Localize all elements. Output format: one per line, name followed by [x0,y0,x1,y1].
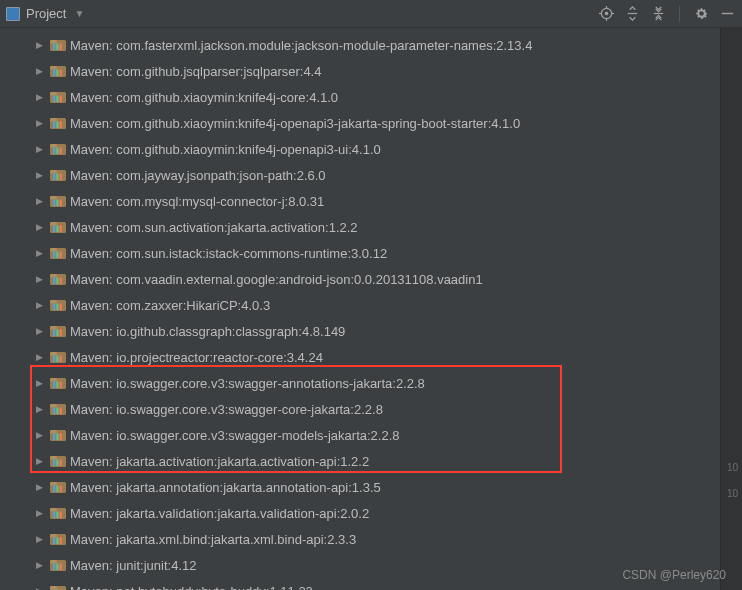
view-title[interactable]: Project [26,6,66,21]
svg-rect-42 [56,200,58,207]
chevron-right-icon[interactable]: ▶ [36,482,46,492]
chevron-right-icon[interactable]: ▶ [36,430,46,440]
library-label: Maven: net.bytebuddy:byte-buddy:1.11.22 [70,584,313,591]
chevron-right-icon[interactable]: ▶ [36,92,46,102]
tree-row[interactable]: ▶ Maven: com.mysql:mysql-connector-j:8.0… [0,188,742,214]
svg-rect-68 [60,330,62,337]
tree-row[interactable]: ▶ Maven: io.projectreactor:reactor-core:… [0,344,742,370]
tree-row[interactable]: ▶ Maven: jakarta.annotation:jakarta.anno… [0,474,742,500]
svg-rect-36 [53,174,55,181]
chevron-right-icon[interactable]: ▶ [36,534,46,544]
library-label: Maven: io.github.classgraph:classgraph:4… [70,324,345,339]
svg-rect-33 [60,148,62,155]
chevron-right-icon[interactable]: ▶ [36,66,46,76]
chevron-right-icon[interactable]: ▶ [36,586,46,590]
chevron-right-icon[interactable]: ▶ [36,248,46,258]
library-folder-icon [50,38,66,52]
chevron-right-icon[interactable]: ▶ [36,404,46,414]
chevron-right-icon[interactable]: ▶ [36,508,46,518]
library-label: Maven: com.vaadin.external.google:androi… [70,272,483,287]
tree-row[interactable]: ▶ Maven: com.vaadin.external.google:andr… [0,266,742,292]
library-folder-icon [50,532,66,546]
library-folder-icon [50,246,66,260]
chevron-right-icon[interactable]: ▶ [36,144,46,154]
tree-row[interactable]: ▶ Maven: jakarta.xml.bind:jakarta.xml.bi… [0,526,742,552]
svg-rect-48 [60,226,62,233]
library-label: Maven: com.jayway.jsonpath:json-path:2.6… [70,168,326,183]
chevron-right-icon[interactable]: ▶ [36,40,46,50]
library-folder-icon [50,90,66,104]
svg-rect-17 [56,70,58,77]
chevron-right-icon[interactable]: ▶ [36,196,46,206]
toolbar: Project ▼ [0,0,742,28]
library-label: Maven: io.projectreactor:reactor-core:3.… [70,350,323,365]
tree-row[interactable]: ▶ Maven: com.github.xiaoymin:knife4j-cor… [0,84,742,110]
chevron-right-icon[interactable]: ▶ [36,456,46,466]
tree-row[interactable]: ▶ Maven: junit:junit:4.12 [0,552,742,578]
expand-all-icon[interactable] [623,5,641,23]
svg-point-1 [605,12,607,14]
locate-icon[interactable] [597,5,615,23]
library-folder-icon [50,168,66,182]
svg-rect-18 [60,70,62,77]
svg-rect-13 [60,44,62,51]
svg-rect-53 [60,252,62,259]
svg-rect-77 [56,382,58,389]
svg-rect-23 [60,96,62,103]
svg-rect-20 [50,92,57,96]
gear-icon[interactable] [692,5,710,23]
chevron-right-icon[interactable]: ▶ [36,378,46,388]
tree-row[interactable]: ▶ Maven: com.sun.activation:jakarta.acti… [0,214,742,240]
tree-row[interactable]: ▶ Maven: com.jayway.jsonpath:json-path:2… [0,162,742,188]
tree-row[interactable]: ▶ Maven: com.sun.istack:istack-commons-r… [0,240,742,266]
dropdown-arrow-icon[interactable]: ▼ [74,8,84,19]
svg-rect-115 [50,586,57,590]
svg-rect-52 [56,252,58,259]
chevron-right-icon[interactable]: ▶ [36,352,46,362]
chevron-right-icon[interactable]: ▶ [36,326,46,336]
tree-row[interactable]: ▶ Maven: com.github.xiaoymin:knife4j-ope… [0,110,742,136]
svg-rect-72 [56,356,58,363]
gutter: 10 10 [720,28,742,590]
tree-row[interactable]: ▶ Maven: com.github.xiaoymin:knife4j-ope… [0,136,742,162]
tree-row[interactable]: ▶ Maven: io.swagger.core.v3:swagger-anno… [0,370,742,396]
tree-row[interactable]: ▶ Maven: com.zaxxer:HikariCP:4.0.3 [0,292,742,318]
chevron-right-icon[interactable]: ▶ [36,170,46,180]
tree-row[interactable]: ▶ Maven: net.bytebuddy:byte-buddy:1.11.2… [0,578,742,590]
library-label: Maven: junit:junit:4.12 [70,558,196,573]
tree-row[interactable]: ▶ Maven: io.swagger.core.v3:swagger-mode… [0,422,742,448]
library-label: Maven: com.sun.activation:jakarta.activa… [70,220,358,235]
chevron-right-icon[interactable]: ▶ [36,222,46,232]
svg-rect-66 [53,330,55,337]
tree-row[interactable]: ▶ Maven: com.github.jsqlparser:jsqlparse… [0,58,742,84]
svg-rect-35 [50,170,57,174]
svg-rect-56 [53,278,55,285]
svg-rect-71 [53,356,55,363]
svg-rect-58 [60,278,62,285]
tree-row[interactable]: ▶ Maven: jakarta.validation:jakarta.vali… [0,500,742,526]
svg-rect-95 [50,482,57,486]
svg-rect-83 [60,408,62,415]
library-folder-icon [50,64,66,78]
chevron-right-icon[interactable]: ▶ [36,560,46,570]
library-label: Maven: com.github.xiaoymin:knife4j-core:… [70,90,338,105]
svg-rect-105 [50,534,57,538]
tree-row[interactable]: ▶ Maven: io.swagger.core.v3:swagger-core… [0,396,742,422]
library-label: Maven: jakarta.annotation:jakarta.annota… [70,480,381,495]
svg-rect-10 [50,40,57,44]
library-label: Maven: jakarta.xml.bind:jakarta.xml.bind… [70,532,356,547]
chevron-right-icon[interactable]: ▶ [36,118,46,128]
tree-row[interactable]: ▶ Maven: com.fasterxml.jackson.module:ja… [0,32,742,58]
project-icon [6,7,20,21]
chevron-right-icon[interactable]: ▶ [36,300,46,310]
tree-row[interactable]: ▶ Maven: io.github.classgraph:classgraph… [0,318,742,344]
svg-rect-82 [56,408,58,415]
library-folder-icon [50,272,66,286]
library-folder-icon [50,402,66,416]
collapse-all-icon[interactable] [649,5,667,23]
hide-icon[interactable] [718,5,736,23]
library-folder-icon [50,116,66,130]
chevron-right-icon[interactable]: ▶ [36,274,46,284]
tree-row[interactable]: ▶ Maven: jakarta.activation:jakarta.acti… [0,448,742,474]
svg-rect-101 [53,512,55,519]
